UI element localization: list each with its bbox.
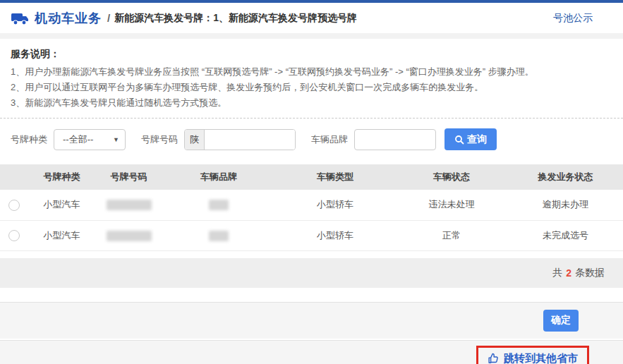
plate-type-label: 号牌种类 <box>11 133 47 146</box>
col-brand: 车辆品牌 <box>162 164 275 190</box>
row-2-plate-number-redacted <box>107 231 152 241</box>
col-vehicle-type: 车辆类型 <box>275 164 395 190</box>
jump-link-label: 跳转到其他省市 <box>504 352 578 364</box>
plate-number-input[interactable] <box>205 130 295 150</box>
confirm-button[interactable]: 确定 <box>543 310 579 332</box>
search-button[interactable]: 查询 <box>444 128 497 150</box>
notice-line-2: 2、用户可以通过互联网平台为多辆车办理预选号牌、换发业务预约后，到公安机关窗口一… <box>11 80 612 95</box>
row-1-vehicle-status: 违法未处理 <box>395 190 508 220</box>
col-business-status: 换发业务状态 <box>508 164 623 190</box>
row-1-vehicle-type: 小型轿车 <box>275 190 395 220</box>
col-plate-number: 号牌号码 <box>95 164 162 190</box>
row-2-plate-type: 小型汽车 <box>28 220 95 250</box>
row-2-radio[interactable] <box>8 230 20 241</box>
highlight-red-box: 跳转到其他省市 <box>476 346 589 364</box>
plate-type-select[interactable]: --全部-- ▼ <box>54 129 126 150</box>
row-2-vehicle-type: 小型轿车 <box>275 220 395 250</box>
page: 机动车业务 / 新能源汽车换发号牌：1、新能源汽车换发号牌预选号牌 号池公示 服… <box>0 0 623 364</box>
breadcrumb-separator: / <box>107 12 110 24</box>
section-divider <box>0 33 623 39</box>
notice-line-1: 1、用户办理新能源汽车换发号牌业务应当按照 “互联网预选号牌” -> “互联网预… <box>11 64 612 80</box>
row-1-radio[interactable] <box>8 200 20 211</box>
col-vehicle-status: 车辆状态 <box>395 164 508 190</box>
hand-pointer-icon <box>488 353 500 364</box>
vehicle-table: 号牌种类 号牌号码 车辆品牌 车辆类型 车辆状态 换发业务状态 小型汽车 小型轿… <box>0 164 623 251</box>
table-row: 小型汽车 小型轿车 正常 未完成选号 <box>0 220 623 250</box>
row-2-business-status: 未完成选号 <box>508 220 623 250</box>
search-button-label: 查询 <box>467 133 487 146</box>
count-value: 2 <box>566 267 571 279</box>
col-plate-type: 号牌种类 <box>28 164 95 190</box>
confirm-section: 确定 <box>0 302 623 339</box>
table-row: 小型汽车 小型轿车 违法未处理 逾期未办理 <box>0 190 623 220</box>
notice-title: 服务说明： <box>11 48 612 61</box>
breadcrumb-subtitle: 新能源汽车换发号牌：1、新能源汽车换发号牌预选号牌 <box>114 12 357 25</box>
count-prefix: 共 <box>552 267 562 279</box>
truck-icon <box>11 11 29 26</box>
search-icon <box>454 135 464 145</box>
brand-input[interactable] <box>354 129 436 150</box>
radio-column-header <box>0 164 28 190</box>
row-1-business-status: 逾期未办理 <box>508 190 623 220</box>
plate-type-selected-value: --全部-- <box>63 133 93 146</box>
record-count-bar: 共 2 条数据 <box>0 258 623 288</box>
page-title: 机动车业务 <box>35 10 102 27</box>
brand-label: 车辆品牌 <box>311 133 348 146</box>
pool-publicity-link[interactable]: 号池公示 <box>553 12 593 25</box>
service-notice: 服务说明： 1、用户办理新能源汽车换发号牌业务应当按照 “互联网预选号牌” ->… <box>0 39 623 119</box>
row-2-vehicle-status: 正常 <box>395 220 508 250</box>
filter-bar: 号牌种类 --全部-- ▼ 号牌号码 陕 车辆品牌 查询 <box>0 119 623 160</box>
row-1-brand-redacted <box>209 200 229 210</box>
row-2-brand-redacted <box>209 231 229 241</box>
row-1-plate-type: 小型汽车 <box>28 190 95 220</box>
plate-number-label: 号牌号码 <box>141 133 178 146</box>
jump-section: 跳转到其他省市 <box>0 340 623 364</box>
page-header: 机动车业务 / 新能源汽车换发号牌：1、新能源汽车换发号牌预选号牌 号池公示 <box>0 3 623 33</box>
chevron-down-icon: ▼ <box>113 136 119 143</box>
plate-number-group: 陕 <box>184 129 296 150</box>
table-header-row: 号牌种类 号牌号码 车辆品牌 车辆类型 车辆状态 换发业务状态 <box>0 164 623 190</box>
notice-line-3: 3、新能源汽车换发号牌只能通过随机选号方式预选。 <box>11 95 612 111</box>
count-suffix: 条数据 <box>575 267 605 279</box>
plate-province-prefix: 陕 <box>185 130 205 150</box>
row-1-plate-number-redacted <box>107 200 152 210</box>
jump-other-province-link[interactable]: 跳转到其他省市 <box>488 352 578 364</box>
spacer <box>0 288 623 302</box>
